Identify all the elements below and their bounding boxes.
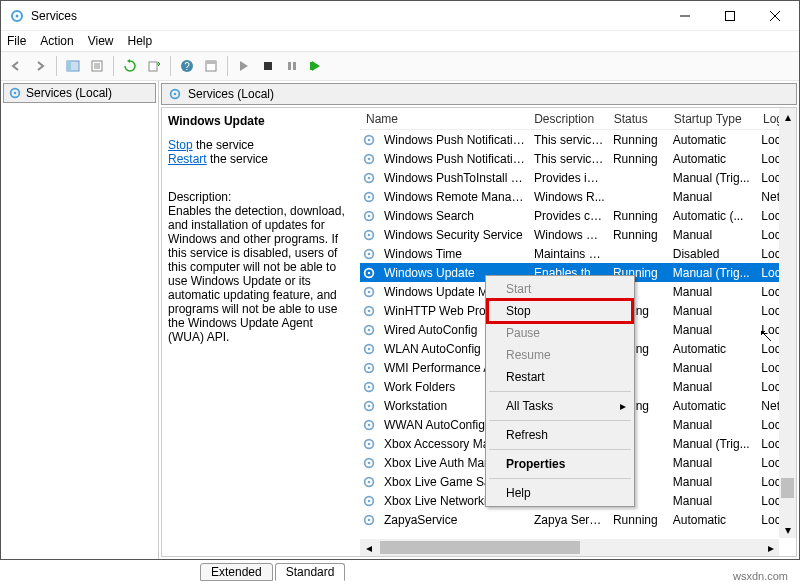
svg-point-53 (368, 423, 371, 426)
service-row[interactable]: Windows Security ServiceWindows Se...Run… (360, 225, 796, 244)
col-description[interactable]: Description (528, 112, 607, 126)
toolbar: ? (1, 51, 799, 81)
ctx-refresh[interactable]: Refresh (488, 424, 632, 446)
svg-point-59 (368, 480, 371, 483)
svg-point-23 (368, 138, 371, 141)
service-row[interactable]: Windows Push Notification...This service… (360, 149, 796, 168)
cell-description: Provides co... (530, 209, 609, 223)
services-window: Services File Action View Help ? (0, 0, 800, 560)
show-hide-tree-button[interactable] (62, 55, 84, 77)
column-headers: Name Description Status Startup Type Log (360, 108, 796, 130)
service-gear-icon (362, 418, 376, 432)
maximize-button[interactable] (707, 1, 752, 30)
cell-description: This service ... (530, 133, 609, 147)
refresh-button[interactable] (119, 55, 141, 77)
service-gear-icon (362, 342, 376, 356)
ctx-restart[interactable]: Restart (488, 366, 632, 388)
svg-point-1 (16, 14, 19, 17)
cell-startup: Automatic (669, 133, 758, 147)
start-service-button[interactable] (233, 55, 255, 77)
selected-service-name: Windows Update (168, 114, 350, 128)
svg-text:?: ? (184, 61, 190, 72)
cell-startup: Manual (Trig... (669, 437, 758, 451)
context-menu: Start Stop Pause Resume Restart All Task… (485, 275, 635, 507)
col-startup-type[interactable]: Startup Type (668, 112, 757, 126)
menu-action[interactable]: Action (40, 34, 73, 48)
minimize-button[interactable] (662, 1, 707, 30)
service-row[interactable]: Windows Push Notification...This service… (360, 130, 796, 149)
service-row[interactable]: ZapyaServiceZapya ServiceRunningAutomati… (360, 510, 796, 529)
export-button[interactable] (143, 55, 165, 77)
cell-name: Windows Push Notification... (380, 152, 530, 166)
vertical-scrollbar[interactable]: ▴ ▾ (779, 108, 796, 538)
cell-description: Provides inf... (530, 171, 609, 185)
cell-description: Maintains d... (530, 247, 609, 261)
ctx-stop[interactable]: Stop (488, 300, 632, 322)
cell-description: This service ... (530, 152, 609, 166)
cell-status: Running (609, 513, 669, 527)
services-app-icon (9, 8, 25, 24)
cell-name: Windows Remote Manage... (380, 190, 530, 204)
console-tree-item-services-local[interactable]: Services (Local) (3, 83, 156, 103)
svg-point-45 (368, 347, 371, 350)
export-list-button[interactable] (86, 55, 108, 77)
vscroll-thumb[interactable] (781, 478, 794, 498)
pause-service-button[interactable] (281, 55, 303, 77)
scroll-up-icon[interactable]: ▴ (779, 108, 796, 125)
scroll-right-icon[interactable]: ▸ (762, 539, 779, 556)
svg-rect-14 (264, 62, 272, 70)
tab-standard[interactable]: Standard (275, 563, 346, 581)
cell-startup: Manual (669, 380, 758, 394)
back-button[interactable] (5, 55, 27, 77)
cell-startup: Manual (669, 494, 758, 508)
service-row[interactable]: Windows SearchProvides co...RunningAutom… (360, 206, 796, 225)
cell-status: Running (609, 228, 669, 242)
restart-service-button[interactable] (305, 55, 327, 77)
svg-rect-9 (149, 62, 157, 71)
menu-file[interactable]: File (7, 34, 26, 48)
menu-view[interactable]: View (88, 34, 114, 48)
help-button[interactable]: ? (176, 55, 198, 77)
ctx-help[interactable]: Help (488, 482, 632, 504)
scroll-left-icon[interactable]: ◂ (360, 539, 377, 556)
tab-extended[interactable]: Extended (200, 563, 273, 581)
menu-help[interactable]: Help (128, 34, 153, 48)
view-tabs: Extended Standard (160, 560, 798, 580)
ctx-all-tasks[interactable]: All Tasks▸ (488, 395, 632, 417)
cell-description: Windows R... (530, 190, 609, 204)
forward-button[interactable] (29, 55, 51, 77)
service-row[interactable]: Windows PushToInstall Serv...Provides in… (360, 168, 796, 187)
cell-name: Windows Push Notification... (380, 133, 530, 147)
col-name[interactable]: Name (360, 112, 528, 126)
services-icon (168, 87, 182, 101)
svg-point-29 (368, 195, 371, 198)
service-row[interactable]: Windows Remote Manage...Windows R...Manu… (360, 187, 796, 206)
ctx-resume: Resume (488, 344, 632, 366)
scroll-down-icon[interactable]: ▾ (779, 521, 796, 538)
hscroll-thumb[interactable] (380, 541, 580, 554)
svg-point-41 (368, 309, 371, 312)
cell-startup: Automatic (669, 152, 758, 166)
cell-name: Windows PushToInstall Serv... (380, 171, 530, 185)
service-row[interactable]: Windows TimeMaintains d...DisabledLoca (360, 244, 796, 263)
properties-button[interactable] (200, 55, 222, 77)
stop-service-button[interactable] (257, 55, 279, 77)
stop-service-link[interactable]: Stop (168, 138, 193, 152)
restart-service-link-line: Restart the service (168, 152, 350, 166)
pane-title: Services (Local) (188, 87, 274, 101)
cell-startup: Automatic (... (669, 209, 758, 223)
cell-startup: Manual (669, 190, 758, 204)
cell-name: Windows Security Service (380, 228, 530, 242)
svg-point-61 (368, 499, 371, 502)
service-gear-icon (362, 399, 376, 413)
close-button[interactable] (752, 1, 797, 30)
svg-rect-16 (293, 62, 296, 70)
col-status[interactable]: Status (608, 112, 668, 126)
restart-service-link[interactable]: Restart (168, 152, 207, 166)
ctx-properties[interactable]: Properties (488, 453, 632, 475)
svg-rect-15 (288, 62, 291, 70)
service-gear-icon (362, 133, 376, 147)
description-label: Description: (168, 190, 350, 204)
service-gear-icon (362, 190, 376, 204)
horizontal-scrollbar[interactable]: ◂ ▸ (360, 539, 779, 556)
